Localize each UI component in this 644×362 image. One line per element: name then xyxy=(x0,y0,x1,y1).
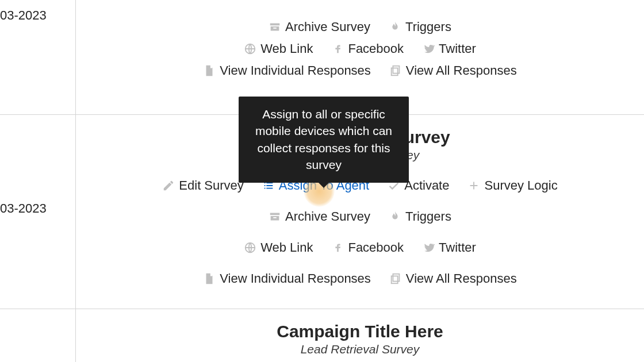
assign-tooltip: Assign to all or specific mobile devices… xyxy=(239,97,409,183)
plus-icon xyxy=(467,179,480,192)
svg-rect-2 xyxy=(392,68,398,75)
twitter-button[interactable]: Twitter xyxy=(422,41,476,56)
view-all-button[interactable]: View All Responses xyxy=(389,271,517,286)
flame-icon xyxy=(389,210,401,223)
view-all-button[interactable]: View All Responses xyxy=(389,63,517,78)
twitter-icon xyxy=(422,43,435,55)
action-row-2: Archive Survey Triggers xyxy=(87,16,632,38)
survey-title: Campaign Title Here xyxy=(87,322,632,341)
date-text: 03-2023 xyxy=(0,201,47,215)
survey-logic-button[interactable]: Survey Logic xyxy=(467,178,557,193)
facebook-button[interactable]: Facebook xyxy=(331,41,404,56)
date-cell xyxy=(0,309,76,362)
edit-icon xyxy=(162,179,175,192)
logic-label: Survey Logic xyxy=(484,178,557,193)
triggers-label: Triggers xyxy=(405,209,451,224)
date-cell: 03-2023 xyxy=(0,115,76,309)
action-row-2: Archive Survey Triggers xyxy=(87,206,632,228)
archive-survey-button[interactable]: Archive Survey xyxy=(269,20,370,34)
file-icon xyxy=(203,64,216,77)
action-row-3: Web Link Facebook Twitter xyxy=(87,38,632,60)
facebook-button[interactable]: Facebook xyxy=(331,240,404,255)
archive-survey-button[interactable]: Archive Survey xyxy=(269,209,370,224)
globe-icon xyxy=(244,43,256,55)
view-all-label: View All Responses xyxy=(406,271,517,286)
weblink-label: Web Link xyxy=(260,41,313,56)
twitter-icon xyxy=(422,241,435,254)
tooltip-text: Assign to all or specific mobile devices… xyxy=(255,107,392,171)
edit-survey-button[interactable]: Edit Survey xyxy=(162,178,244,193)
archive-label: Archive Survey xyxy=(285,209,370,224)
view-individual-label: View Individual Responses xyxy=(220,63,371,78)
view-all-label: View All Responses xyxy=(406,63,517,78)
weblink-button[interactable]: Web Link xyxy=(244,41,313,56)
view-individual-button[interactable]: View Individual Responses xyxy=(203,271,371,286)
survey-row: Campaign Title Here Lead Retrieval Surve… xyxy=(0,309,644,362)
archive-icon xyxy=(269,210,281,223)
twitter-label: Twitter xyxy=(439,41,476,56)
svg-rect-5 xyxy=(392,276,398,283)
flame-icon xyxy=(389,21,401,33)
triggers-label: Triggers xyxy=(405,20,451,34)
survey-content: Campaign Title Here Lead Retrieval Surve… xyxy=(76,309,644,362)
svg-rect-4 xyxy=(393,274,399,282)
date-cell: 03-2023 xyxy=(0,0,76,114)
twitter-button[interactable]: Twitter xyxy=(422,240,476,255)
facebook-icon xyxy=(331,43,344,55)
copy-icon xyxy=(389,272,402,285)
triggers-button[interactable]: Triggers xyxy=(389,209,451,224)
action-row-3: Web Link Facebook Twitter xyxy=(87,237,632,259)
facebook-label: Facebook xyxy=(348,41,404,56)
twitter-label: Twitter xyxy=(439,240,476,255)
svg-rect-1 xyxy=(393,66,399,74)
view-individual-label: View Individual Responses xyxy=(220,271,371,286)
triggers-button[interactable]: Triggers xyxy=(389,20,451,34)
weblink-button[interactable]: Web Link xyxy=(244,240,313,255)
title-block: Campaign Title Here Lead Retrieval Surve… xyxy=(87,322,632,356)
view-individual-button[interactable]: View Individual Responses xyxy=(203,63,371,78)
globe-icon xyxy=(244,241,256,254)
file-icon xyxy=(203,272,216,285)
archive-label: Archive Survey xyxy=(285,20,370,34)
activate-label: Activate xyxy=(404,178,449,193)
archive-icon xyxy=(269,21,281,33)
action-row-4: View Individual Responses View All Respo… xyxy=(87,60,632,82)
date-text: 03-2023 xyxy=(0,8,47,22)
survey-subtitle: Lead Retrieval Survey xyxy=(87,342,632,356)
action-row-4: View Individual Responses View All Respo… xyxy=(87,268,632,290)
facebook-label: Facebook xyxy=(348,240,404,255)
edit-label: Edit Survey xyxy=(179,178,244,193)
copy-icon xyxy=(389,64,402,77)
facebook-icon xyxy=(331,241,344,254)
weblink-label: Web Link xyxy=(260,240,313,255)
